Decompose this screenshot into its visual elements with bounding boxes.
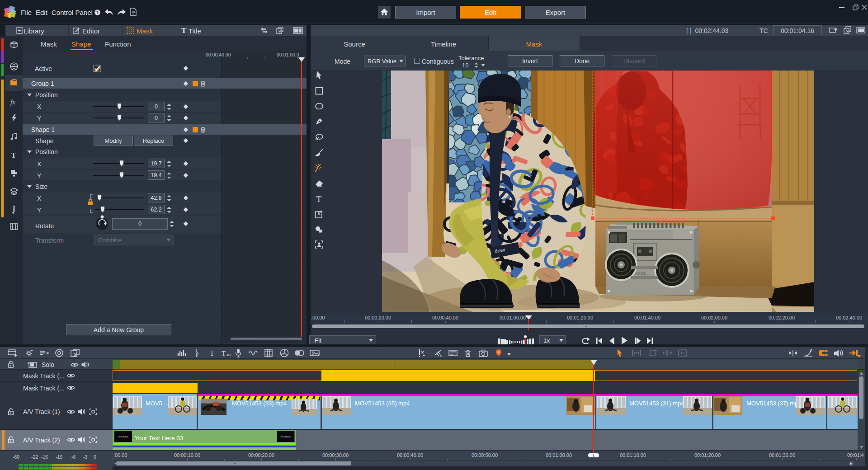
svg-text:LIFE IN BALANCE: LIFE IN BALANCE — [118, 436, 128, 438]
svg-text:fx: fx — [10, 99, 15, 106]
svg-text:3D: 3D — [226, 353, 231, 357]
svg-text:T: T — [11, 151, 17, 160]
svg-text:?: ? — [96, 10, 99, 15]
svg-text:T: T — [316, 194, 322, 203]
svg-text:LIFE IN BALANCE: LIFE IN BALANCE — [281, 436, 291, 438]
svg-text:T: T — [222, 350, 226, 357]
svg-text:AXOL: AXOL — [635, 271, 646, 276]
svg-text:T: T — [210, 349, 214, 357]
